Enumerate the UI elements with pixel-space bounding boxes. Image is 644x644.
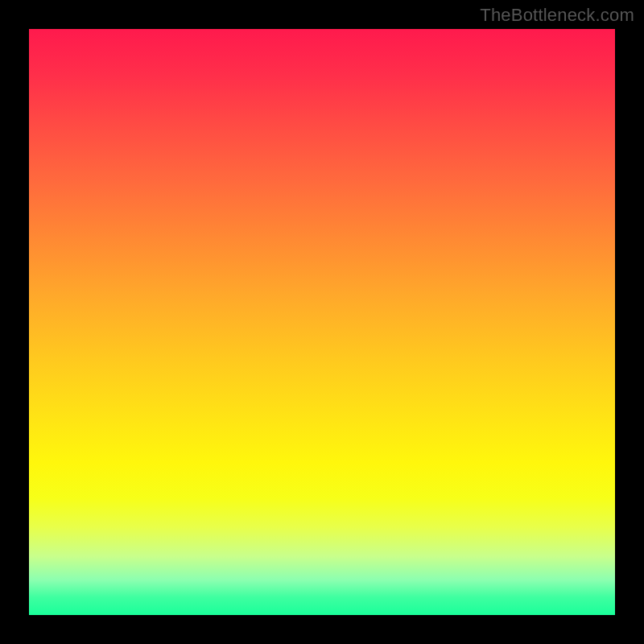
chart-stage: TheBottleneck.com [0,0,644,644]
watermark-text: TheBottleneck.com [480,5,634,26]
gradient-background [29,29,615,615]
plot-area [29,29,615,615]
